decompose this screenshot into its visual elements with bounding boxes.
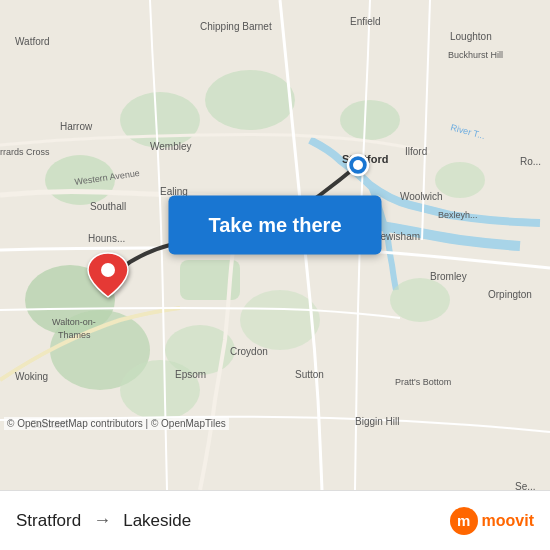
- moovit-brand-text: moovit: [482, 512, 534, 530]
- svg-text:Se...: Se...: [515, 481, 536, 490]
- svg-text:Woolwich: Woolwich: [400, 191, 443, 202]
- svg-text:Ilford: Ilford: [405, 146, 427, 157]
- svg-text:Wembley: Wembley: [150, 141, 192, 152]
- svg-text:Bexleyh...: Bexleyh...: [438, 210, 478, 220]
- svg-text:Walton-on-: Walton-on-: [52, 317, 96, 327]
- svg-text:Sutton: Sutton: [295, 369, 324, 380]
- svg-text:Woking: Woking: [15, 371, 48, 382]
- moovit-letter: m: [457, 512, 470, 529]
- svg-text:rrards Cross: rrards Cross: [0, 147, 50, 157]
- svg-point-11: [340, 100, 400, 140]
- svg-text:Houns...: Houns...: [88, 233, 125, 244]
- svg-text:Pratt's Bottom: Pratt's Bottom: [395, 377, 451, 387]
- map-container[interactable]: Watford Chipping Barnet Enfield Loughton…: [0, 0, 550, 490]
- svg-text:Harrow: Harrow: [60, 121, 93, 132]
- moovit-icon: m: [450, 507, 478, 535]
- svg-text:Ro...: Ro...: [520, 156, 541, 167]
- svg-text:Southall: Southall: [90, 201, 126, 212]
- svg-point-46: [353, 160, 363, 170]
- moovit-logo[interactable]: m moovit: [450, 507, 534, 535]
- destination-label: Lakeside: [123, 511, 191, 531]
- svg-text:Biggin Hill: Biggin Hill: [355, 416, 399, 427]
- svg-point-8: [240, 290, 320, 350]
- svg-point-47: [101, 263, 115, 277]
- svg-text:Loughton: Loughton: [450, 31, 492, 42]
- svg-text:Buckhurst Hill: Buckhurst Hill: [448, 50, 503, 60]
- take-me-there-button[interactable]: Take me there: [168, 196, 381, 255]
- footer-bar: Stratford → Lakeside m moovit: [0, 490, 550, 550]
- svg-point-3: [205, 70, 295, 130]
- svg-text:Epsom: Epsom: [175, 369, 206, 380]
- svg-text:Thames: Thames: [58, 330, 91, 340]
- route-arrow: →: [93, 510, 111, 531]
- svg-text:Orpington: Orpington: [488, 289, 532, 300]
- svg-text:Watford: Watford: [15, 36, 50, 47]
- svg-text:Enfield: Enfield: [350, 16, 381, 27]
- svg-text:Croydon: Croydon: [230, 346, 268, 357]
- origin-label: Stratford: [16, 511, 81, 531]
- svg-point-2: [120, 92, 200, 148]
- map-attribution: © OpenStreetMap contributors | © OpenMap…: [4, 417, 229, 430]
- svg-point-9: [390, 278, 450, 322]
- svg-text:Chipping Barnet: Chipping Barnet: [200, 21, 272, 32]
- svg-text:Lewisham: Lewisham: [375, 231, 420, 242]
- svg-text:Bromley: Bromley: [430, 271, 467, 282]
